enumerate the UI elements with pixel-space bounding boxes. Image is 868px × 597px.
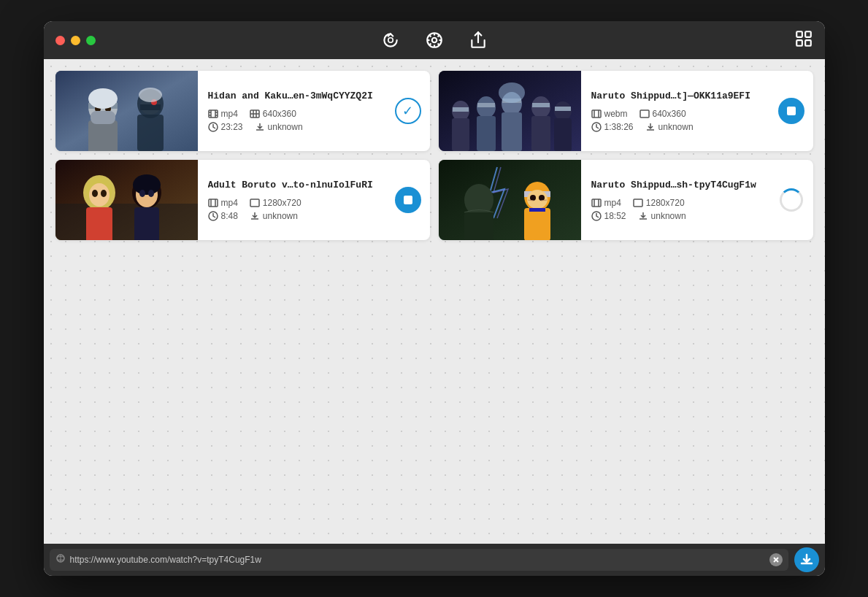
svg-rect-13 (805, 31, 811, 37)
film-icon (208, 109, 218, 119)
meta-row-2: 1:38:26 unknown (591, 122, 803, 132)
resolution-item: 640x360 (640, 109, 686, 119)
meta-row-1: mp4 1280x720 (591, 198, 803, 208)
svg-rect-24 (88, 120, 118, 151)
duration-item: 23:23 (208, 122, 243, 132)
video-meta: mp4 1280x720 (208, 198, 420, 221)
stop-icon (404, 196, 412, 204)
url-bar[interactable]: https://www.youtube.com/watch?v=tpyT4Cug… (50, 549, 788, 571)
video-info: Adult Boruto v…to-nlnuIolFuRI (198, 171, 430, 230)
svg-rect-48 (502, 112, 522, 151)
stop-icon (787, 107, 796, 115)
svg-line-10 (429, 44, 431, 45)
traffic-lights (55, 36, 96, 45)
svg-point-75 (139, 190, 145, 197)
download-small-icon (250, 211, 260, 221)
video-info: Naruto Shippud…t]—OKK11a9EFI (581, 82, 813, 141)
status-complete-button[interactable]: ✓ (395, 98, 421, 124)
svg-point-69 (92, 190, 98, 197)
svg-line-7 (429, 35, 431, 36)
close-button[interactable] (55, 36, 65, 45)
svg-rect-81 (250, 199, 259, 207)
svg-rect-50 (531, 116, 550, 151)
duration-text: 23:23 (221, 122, 243, 132)
minimize-button[interactable] (71, 36, 80, 45)
download-button[interactable] (794, 547, 819, 572)
url-icon (55, 553, 66, 566)
bottombar: https://www.youtube.com/watch?v=tpyT4Cug… (44, 544, 825, 576)
format-text: mp4 (604, 198, 621, 208)
clock-icon (208, 211, 218, 221)
format-item: mp4 (208, 198, 238, 208)
video-info: Hidan and Kaku…en-3mWqCYYZQ2I (198, 82, 430, 141)
status-loading-button[interactable] (778, 187, 804, 213)
duration-text: 8:48 (221, 211, 238, 221)
resolution-item: 1280x720 (633, 198, 685, 208)
svg-point-70 (101, 190, 107, 197)
filesize-item: unknown (645, 122, 694, 132)
resolution-icon (640, 109, 650, 119)
video-card: Naruto Shippud…sh-tpyT4CugF1w (439, 160, 813, 240)
svg-rect-62 (640, 110, 649, 118)
loading-spinner (780, 188, 803, 212)
svg-rect-57 (555, 107, 571, 111)
format-item: webm (591, 109, 628, 119)
duration-text: 18:52 (604, 211, 626, 221)
video-title: Hidan and Kaku…en-3mWqCYYZQ2I (208, 90, 420, 101)
video-title: Naruto Shippud…sh-tpyT4CugF1w (591, 180, 803, 190)
svg-point-76 (148, 190, 154, 197)
svg-point-91 (539, 195, 545, 201)
video-title: Adult Boruto v…to-nlnuIolFuRI (208, 180, 420, 190)
download-small-icon (638, 211, 648, 221)
svg-rect-56 (532, 103, 550, 107)
format-text: mp4 (221, 198, 238, 208)
svg-rect-95 (592, 199, 601, 207)
video-info: Naruto Shippud…sh-tpyT4CugF1w (581, 171, 813, 230)
svg-point-68 (89, 183, 110, 207)
duration-item: 8:48 (208, 211, 238, 221)
video-card: Hidan and Kaku…en-3mWqCYYZQ2I (55, 71, 430, 151)
duration-item: 18:52 (591, 211, 626, 221)
format-item: mp4 (591, 198, 621, 208)
meta-row-2: 23:23 unknown (208, 122, 420, 132)
svg-rect-54 (477, 103, 495, 107)
resolution-icon (250, 198, 260, 208)
resolution-item: 1280x720 (250, 198, 302, 208)
filesize-item: unknown (250, 211, 298, 221)
video-meta: mp4 1280x720 (591, 198, 803, 221)
svg-point-89 (527, 190, 548, 209)
url-clear-button[interactable] (769, 553, 783, 566)
status-stop-button[interactable] (395, 187, 421, 213)
svg-point-22 (139, 88, 162, 102)
filesize-text: unknown (651, 211, 686, 221)
clock-icon (591, 122, 602, 132)
grid-button[interactable] (794, 29, 813, 51)
meta-row-2: 8:48 unknown (208, 211, 420, 221)
format-item: mp4 (208, 109, 238, 119)
format-text: webm (604, 109, 628, 119)
svg-rect-15 (805, 40, 811, 46)
status-stop-button[interactable] (778, 98, 804, 124)
format-text: mp4 (221, 109, 238, 119)
video-meta: webm 640x360 (591, 109, 803, 132)
media-button[interactable] (423, 28, 446, 52)
svg-rect-78 (209, 199, 218, 207)
film-icon (591, 198, 602, 208)
meta-row-1: mp4 1280x720 (208, 198, 420, 208)
download-small-icon (255, 122, 265, 132)
svg-rect-77 (134, 207, 159, 240)
svg-rect-94 (529, 208, 545, 212)
filesize-text: unknown (658, 122, 694, 132)
refresh-button[interactable] (379, 28, 402, 52)
maximize-button[interactable] (86, 36, 96, 45)
app-window: Hidan and Kaku…en-3mWqCYYZQ2I (44, 21, 825, 576)
share-button[interactable] (466, 28, 490, 52)
svg-rect-87 (524, 208, 550, 240)
duration-text: 1:38:26 (604, 122, 634, 132)
download-small-icon (645, 122, 656, 132)
resolution-text: 1280x720 (263, 198, 302, 208)
svg-rect-16 (55, 71, 198, 151)
resolution-item: 640x360 (250, 109, 296, 119)
svg-rect-28 (91, 111, 115, 124)
refresh-icon (381, 31, 400, 50)
